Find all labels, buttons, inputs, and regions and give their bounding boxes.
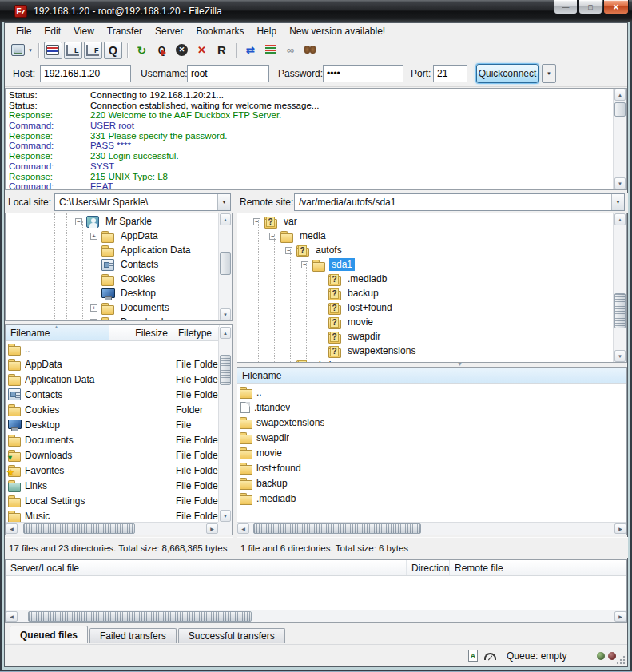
column-header-filesize[interactable]: Filesize	[109, 325, 173, 340]
menu-item-new-version-available[interactable]: New version available!	[283, 24, 392, 38]
remote-tree-scrollbar[interactable]: ▲ ▼	[613, 213, 626, 362]
remote-tree-item-swapextensions[interactable]: ?swapextensions	[237, 344, 626, 358]
queue-hscroll-thumb[interactable]	[28, 611, 252, 622]
remote-tree-item-lost-found[interactable]: ?lost+found	[237, 300, 626, 315]
local-file-row-local-settings[interactable]: Local SettingsFile Folder	[6, 493, 232, 508]
local-file-row-contacts[interactable]: ContactsFile Folder	[6, 387, 232, 402]
title-bar[interactable]: Fz 192.168.1.20 - root@192.168.1.20 - Fi…	[0, 0, 632, 22]
scroll-up-icon[interactable]: ▲	[614, 89, 626, 101]
maximize-button[interactable]: □	[578, 0, 602, 14]
column-header-remote-file[interactable]: Remote file	[450, 560, 626, 575]
local-file-row-downloads[interactable]: ▼DownloadsFile Folder	[6, 447, 232, 463]
menu-item-transfer[interactable]: Transfer	[101, 24, 149, 38]
remote-file-row-item[interactable]: ..	[237, 384, 626, 400]
scroll-left-icon[interactable]: ◀	[6, 523, 18, 534]
expander-minus-icon[interactable]: −	[253, 218, 260, 225]
column-header-filename[interactable]: Filename	[237, 368, 626, 383]
toggle-remote-tree-button[interactable]: F	[84, 42, 102, 59]
menu-item-help[interactable]: Help	[250, 24, 283, 38]
menu-item-view[interactable]: View	[67, 24, 101, 38]
tab-queued-files[interactable]: Queued files	[10, 626, 88, 643]
local-site-combo[interactable]: C:\Users\Mr Sparkle\ ▼	[54, 193, 231, 211]
synchronized-browsing-button[interactable]: ∞	[281, 42, 300, 59]
reconnect-button[interactable]: R	[213, 42, 231, 59]
combo-dropdown-icon[interactable]: ▼	[217, 194, 230, 210]
local-list-hscrollbar[interactable]: ◀ ▶	[6, 522, 218, 535]
toggle-local-tree-button[interactable]: L	[64, 42, 82, 59]
close-button[interactable]: ×	[603, 0, 629, 14]
scroll-down-icon[interactable]: ▼	[220, 308, 231, 320]
expander-plus-icon[interactable]: +	[90, 304, 97, 312]
local-file-row-desktop[interactable]: DesktopFile	[6, 417, 232, 432]
remote-file-row-lost-found[interactable]: lost+found	[237, 460, 626, 475]
menu-item-file[interactable]: File	[10, 24, 38, 38]
remote-tree-item-autofs[interactable]: −?autofs	[237, 243, 626, 257]
remote-tree-scroll-thumb[interactable]	[614, 293, 626, 328]
local-tree-scrollbar[interactable]: ▲ ▼	[218, 213, 232, 320]
expander-minus-icon[interactable]: −	[285, 247, 292, 254]
menu-item-bookmarks[interactable]: Bookmarks	[189, 24, 250, 38]
menu-item-edit[interactable]: Edit	[38, 24, 67, 38]
filter-button[interactable]: ⇄	[241, 42, 260, 59]
local-file-row-documents[interactable]: DocumentsFile Folder	[6, 432, 232, 447]
column-header-filename[interactable]: ▲ Filename	[6, 325, 109, 340]
column-header-server-local-file[interactable]: Server/Local file	[6, 560, 407, 575]
scroll-left-icon[interactable]: ◀	[6, 611, 18, 622]
toggle-message-log-button[interactable]	[44, 42, 62, 59]
expander-minus-icon[interactable]: −	[269, 233, 276, 240]
local-tree-item-application-data[interactable]: Application Data	[6, 243, 232, 257]
local-file-row-application-data[interactable]: Application DataFile Folder	[6, 372, 232, 387]
port-input[interactable]	[433, 65, 467, 82]
scroll-down-icon[interactable]: ▼	[614, 350, 626, 362]
local-file-row-cookies[interactable]: CookiesFolder	[6, 402, 232, 417]
local-tree-item-mr-sparkle[interactable]: −Mr Sparkle	[6, 214, 232, 229]
disconnect-button[interactable]: ✕	[193, 42, 211, 59]
remote-list-hscrollbar[interactable]: ◀ ▶	[237, 522, 626, 535]
scroll-down-icon[interactable]: ▼	[614, 177, 626, 189]
local-file-row-appdata[interactable]: AppDataFile Folder	[6, 356, 232, 372]
remote-tree-item-movie[interactable]: ?movie	[237, 315, 626, 329]
scroll-right-icon[interactable]: ▶	[206, 523, 218, 534]
remote-site-combo[interactable]: /var/media/autofs/sda1 ▼	[294, 193, 625, 211]
password-input[interactable]	[323, 65, 403, 82]
process-queue-button[interactable]: Q	[153, 42, 171, 59]
remote-tree-item-media[interactable]: −media	[237, 229, 626, 243]
remote-file-row-movie[interactable]: movie	[237, 445, 626, 460]
collapse-chevron-icon[interactable]: ▼	[457, 361, 463, 367]
scroll-right-icon[interactable]: ▶	[614, 611, 626, 622]
local-tree-item-appdata[interactable]: +AppData	[6, 229, 232, 243]
local-file-row-item[interactable]: ..	[6, 341, 232, 356]
combo-dropdown-icon[interactable]: ▼	[611, 194, 624, 210]
scroll-left-icon[interactable]: ◀	[237, 523, 249, 534]
menu-item-server[interactable]: Server	[149, 24, 189, 38]
log-scrollbar[interactable]: ▲ ▼	[613, 89, 626, 189]
scroll-down-icon[interactable]: ▼	[220, 510, 231, 522]
local-tree-item-desktop[interactable]: Desktop	[6, 286, 232, 300]
local-tree-scroll-thumb[interactable]	[220, 252, 231, 275]
minimize-button[interactable]: —	[554, 0, 578, 14]
host-input[interactable]	[40, 65, 131, 82]
remote-tree-item-swapdir[interactable]: ?swapdir	[237, 329, 626, 344]
log-scroll-thumb[interactable]	[614, 102, 626, 117]
remote-file-row-backup[interactable]: backup	[237, 475, 626, 491]
expander-plus-icon[interactable]: +	[90, 233, 97, 240]
local-file-row-favorites[interactable]: ★FavoritesFile Folder	[6, 463, 232, 478]
scroll-right-icon[interactable]: ▶	[614, 523, 626, 534]
resize-grip[interactable]	[616, 655, 626, 665]
directory-comparison-button[interactable]	[261, 42, 280, 59]
expander-plus-icon[interactable]: +	[90, 319, 97, 322]
local-tree-item-downloads[interactable]: +▼Downloads	[6, 315, 232, 321]
refresh-button[interactable]: ↻	[133, 42, 151, 59]
remote-file-row-mediadb[interactable]: .mediadb	[237, 491, 626, 506]
site-manager-dropdown-icon[interactable]: ▼	[28, 48, 33, 53]
find-files-button[interactable]	[301, 42, 320, 59]
remote-file-row-swapdir[interactable]: swapdir	[237, 430, 626, 445]
local-tree-item-contacts[interactable]: Contacts	[6, 257, 232, 272]
speed-limits-icon[interactable]	[484, 653, 496, 660]
tab-successful-transfers[interactable]: Successful transfers	[178, 628, 285, 643]
scroll-up-icon[interactable]: ▲	[614, 213, 626, 225]
remote-file-row-titandev[interactable]: .titandev	[237, 400, 626, 415]
toggle-queue-button[interactable]: Q	[104, 42, 122, 59]
remote-list-hscroll-thumb[interactable]	[253, 523, 421, 534]
cancel-button[interactable]: ✕	[173, 42, 191, 59]
